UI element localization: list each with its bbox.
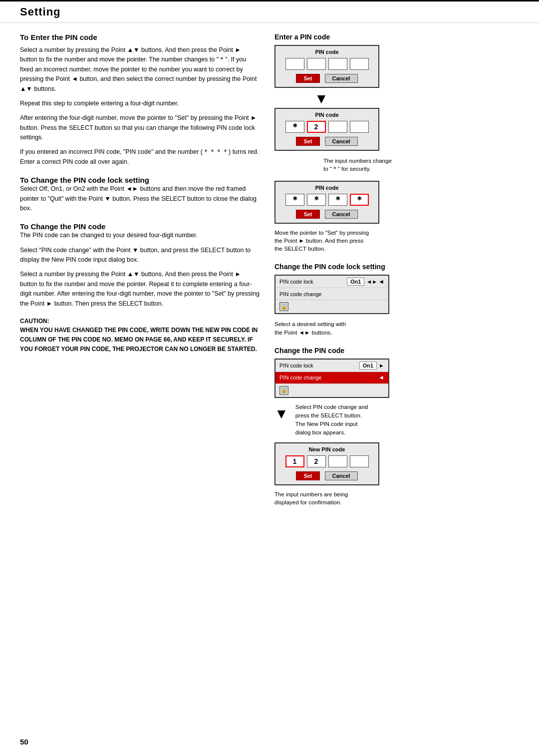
lock2-arrows: ► (379, 363, 384, 369)
pin2-caption1: The input numbers change (323, 158, 392, 164)
caution-block: CAUTION: WHEN YOU HAVE CHANGED THE PIN C… (20, 317, 260, 354)
section1-title: To Enter the PIN code (20, 33, 260, 41)
pin1-field-2 (307, 58, 326, 70)
newpin-set-button[interactable]: Set (296, 471, 319, 480)
pin3-caption3: the SELECT button. (274, 246, 325, 252)
newpin-field-2: 2 (307, 455, 326, 467)
pin2-field-3 (328, 121, 347, 133)
lock2-pointer: ◄ (378, 374, 384, 381)
pin3-field-4: ＊ (350, 194, 369, 206)
pin2-cancel-button[interactable]: Cancel (325, 137, 358, 146)
pin2-field-1: ＊ (285, 121, 304, 133)
lock2-row3: 🔒 (275, 384, 388, 397)
right-column: Enter a PIN code PIN code Set Cancel (274, 33, 484, 516)
lock2-desc-block: ▼ Select PIN code change and press the S… (274, 401, 484, 437)
lock1-label2: PIN code change (279, 291, 384, 297)
enter-pin-section: Enter a PIN code PIN code Set Cancel (274, 33, 484, 253)
section1-p4: If you entered an incorrect PIN code, "P… (20, 147, 260, 167)
pin3-field-2: ＊ (307, 194, 326, 206)
caution-label: CAUTION: (20, 318, 49, 325)
enter-pin-title: Enter a PIN code (274, 33, 484, 41)
pin2-title: PIN code (280, 112, 373, 118)
new-pin-title: New PIN code (280, 446, 373, 452)
section1-p3: After entering the four-digit number, mo… (20, 113, 260, 142)
lock2-value1: On1 (359, 362, 377, 370)
section2-title: To Change the PIN code lock setting (20, 176, 260, 184)
lock2-caption: Select PIN code change and press the SEL… (295, 401, 368, 437)
pin2-field-2: 2 (307, 121, 326, 133)
newpin-caption2: displayed for confirmation. (274, 499, 341, 505)
lock1-row3: 🔒 (275, 300, 388, 313)
lock1-row1: PIN code lock On1 ◄► ◄ (275, 276, 388, 288)
pin3-caption: Move the pointer to "Set" by pressing th… (274, 229, 484, 253)
section3-title: To Change the PIN code (20, 222, 260, 231)
lock-dialog-2: PIN code lock On1 ► PIN code change ◄ 🔒 (274, 359, 389, 398)
section1-p1: Select a number by pressing the Point ▲▼… (20, 45, 260, 94)
pin1-set-button[interactable]: Set (296, 74, 319, 83)
newpin-caption1: The input numbers are being (274, 491, 348, 497)
pin1-field-4 (350, 58, 369, 70)
newpin-field-1: 1 (285, 455, 304, 467)
pin3-buttons: Set Cancel (280, 210, 373, 219)
newpin-fields: 1 2 (280, 455, 373, 467)
pin-dialog-1: PIN code Set Cancel (274, 45, 379, 88)
lock1-value1: On1 (347, 278, 364, 286)
lock1-row2: PIN code change (275, 288, 388, 300)
lock1-pointer: ◄ (378, 278, 384, 285)
new-pin-dialog: New PIN code 1 2 Set Cancel (274, 442, 379, 485)
lock1-label1: PIN code lock (279, 279, 347, 285)
pin3-set-button[interactable]: Set (296, 210, 319, 219)
lock2-arrow-down: ▼ (274, 406, 288, 422)
lock1-caption1: Select a desired setting with (274, 321, 346, 327)
section2-p1: Select Off, On1, or On2 with the Point ◄… (20, 184, 260, 213)
pin1-field-1 (285, 58, 304, 70)
page-number: 50 (20, 738, 28, 746)
pin3-cancel-button[interactable]: Cancel (325, 210, 358, 219)
lock2-label2: PIN code change (279, 375, 378, 380)
pin-diagram-1: PIN code Set Cancel ▼ PIN code (274, 45, 484, 153)
pin1-buttons: Set Cancel (280, 74, 373, 83)
change-pin-section: Change the PIN code PIN code lock On1 ► … (274, 347, 484, 506)
main-content: To Enter the PIN code Select a number by… (0, 33, 539, 516)
pin-dialog-2: PIN code ＊ 2 Set Cancel (274, 108, 379, 151)
lock2-caption4: dialog box appears. (295, 429, 345, 435)
pin2-caption: The input numbers change to "＊" for secu… (323, 157, 392, 173)
lock1-caption: Select a desired setting with the Point … (274, 320, 484, 336)
lock1-icon: 🔒 (279, 302, 288, 311)
lock2-caption2: press the SELECT button. (295, 412, 362, 418)
pin-dialog-3: PIN code ＊ ＊ ＊ ＊ Set Cancel (274, 181, 379, 224)
section3-p2: Select "PIN code change" with the Point … (20, 246, 260, 265)
lock-dialog-1: PIN code lock On1 ◄► ◄ PIN code change 🔒 (274, 275, 389, 314)
arrow-down-1: ▼ (314, 92, 328, 106)
section1-p2: Repeat this step to complete entering a … (20, 99, 260, 108)
pin2-caption2: to "＊" for security. (323, 166, 371, 172)
left-column: To Enter the PIN code Select a number by… (20, 33, 260, 516)
change-pin-title: Change the PIN code (274, 347, 484, 355)
pin-diagram-3: PIN code ＊ ＊ ＊ ＊ Set Cancel (274, 181, 484, 226)
change-lock-section: Change the PIN code lock setting PIN cod… (274, 263, 484, 336)
pin3-field-3: ＊ (328, 194, 347, 206)
newpin-buttons: Set Cancel (280, 471, 373, 480)
page-title: Setting (20, 5, 519, 18)
caution-text: WHEN YOU HAVE CHANGED THE PIN CODE, WRIT… (20, 327, 258, 352)
pin2-fields: ＊ 2 (280, 121, 373, 133)
pin1-cancel-button[interactable]: Cancel (325, 74, 358, 83)
lock1-caption2: the Point ◄► buttons. (274, 330, 332, 336)
pin3-title: PIN code (280, 185, 373, 191)
newpin-caption: The input numbers are being displayed fo… (274, 490, 484, 506)
pin2-buttons: Set Cancel (280, 137, 373, 146)
section3-p3: Select a number by pressing the Point ▲▼… (20, 270, 260, 309)
pin1-fields (280, 58, 373, 70)
lock2-icon: 🔒 (279, 386, 288, 395)
lock2-row2: PIN code change ◄ (275, 372, 388, 384)
lock2-caption3: The New PIN code input (295, 421, 358, 427)
pin3-caption2: the Point ► button. And then press (274, 238, 363, 244)
section3-p1: The PIN code can be changed to your desi… (20, 231, 260, 240)
newpin-field-3 (328, 455, 347, 467)
pin2-set-button[interactable]: Set (296, 137, 319, 146)
change-lock-title: Change the PIN code lock setting (274, 263, 484, 271)
pin3-field-1: ＊ (285, 194, 304, 206)
newpin-cancel-button[interactable]: Cancel (325, 471, 358, 480)
pin1-field-3 (328, 58, 347, 70)
page-header: Setting (0, 0, 539, 23)
